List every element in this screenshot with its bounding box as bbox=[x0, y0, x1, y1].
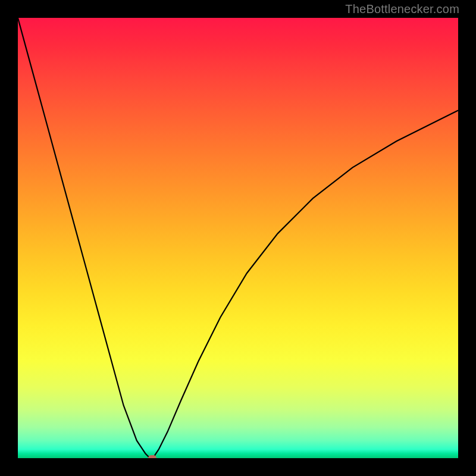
bottleneck-curve bbox=[18, 18, 458, 458]
chart-frame: TheBottlenecker.com bbox=[0, 0, 476, 476]
plot-area bbox=[18, 18, 458, 458]
optimal-point-marker bbox=[148, 455, 156, 458]
watermark-text: TheBottlenecker.com bbox=[345, 2, 459, 16]
